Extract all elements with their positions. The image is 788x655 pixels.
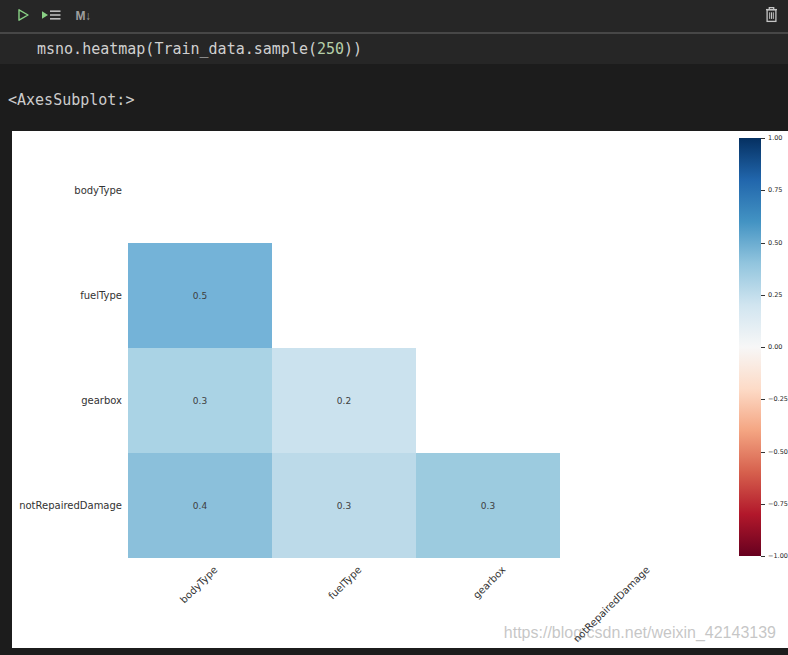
- colorbar-tick-label: 0.75: [768, 186, 782, 194]
- output-repr-text: <AxesSubplot:>: [8, 91, 134, 109]
- heatmap-cell: 0.4: [128, 453, 272, 558]
- trash-icon: [764, 6, 779, 26]
- row-label: fuelType: [12, 243, 122, 348]
- markdown-icon: M↓: [76, 9, 91, 23]
- heatmap-cell: 0.3: [128, 348, 272, 453]
- heatmap-cell: 0.5: [128, 243, 272, 348]
- run-below-icon: [41, 8, 62, 25]
- code-prefix: msno.heatmap(Train_data.sample(: [37, 40, 317, 58]
- run-cell-button[interactable]: [12, 4, 34, 28]
- row-label: gearbox: [12, 348, 122, 453]
- colorbar-tick-label: −0.25: [768, 395, 788, 403]
- watermark-text: https://blog.csdn.net/weixin_42143139: [504, 624, 776, 642]
- cell-toolbar: M↓: [0, 0, 788, 32]
- heatmap-cell: 0.2: [272, 348, 416, 453]
- colorbar-tick-label: −0.50: [768, 448, 788, 456]
- colorbar-tick-mark: [761, 452, 765, 453]
- colorbar-tick-mark: [761, 295, 765, 296]
- code-line: msno.heatmap(Train_data.sample(250)): [37, 40, 362, 58]
- delete-cell-button[interactable]: [760, 4, 782, 28]
- code-number-literal: 250: [317, 40, 344, 58]
- markdown-toggle-button[interactable]: M↓: [70, 4, 96, 28]
- colorbar-tick-mark: [761, 138, 765, 139]
- colorbar-tick-mark: [761, 243, 765, 244]
- colorbar-tick-label: 1.00: [768, 134, 782, 142]
- heatmap-cell: 0.3: [272, 453, 416, 558]
- col-label: fuelType: [326, 564, 363, 601]
- colorbar-tick-label: 0.50: [768, 239, 782, 247]
- row-label: bodyType: [12, 138, 122, 243]
- colorbar-tick-label: 0.00: [768, 343, 782, 351]
- colorbar-tick-label: 0.25: [768, 291, 782, 299]
- colorbar-tick-mark: [761, 399, 765, 400]
- run-below-button[interactable]: [38, 4, 64, 28]
- colorbar-tick-label: −0.75: [768, 500, 788, 508]
- colorbar-tick-mark: [761, 190, 765, 191]
- colorbar-tick-label: −1.00: [768, 552, 788, 560]
- colorbar-tick-mark: [761, 556, 765, 557]
- code-cell-input[interactable]: msno.heatmap(Train_data.sample(250)): [0, 34, 788, 64]
- col-label: bodyType: [178, 564, 220, 606]
- heatmap-figure: https://blog.csdn.net/weixin_42143139 bo…: [12, 131, 788, 648]
- play-icon: [15, 7, 31, 26]
- colorbar: [739, 138, 761, 556]
- colorbar-tick-mark: [761, 347, 765, 348]
- row-label: notRepairedDamage: [12, 453, 122, 558]
- col-label: gearbox: [471, 564, 508, 601]
- colorbar-tick-mark: [761, 504, 765, 505]
- code-suffix: )): [344, 40, 362, 58]
- heatmap-cell: 0.3: [416, 453, 560, 558]
